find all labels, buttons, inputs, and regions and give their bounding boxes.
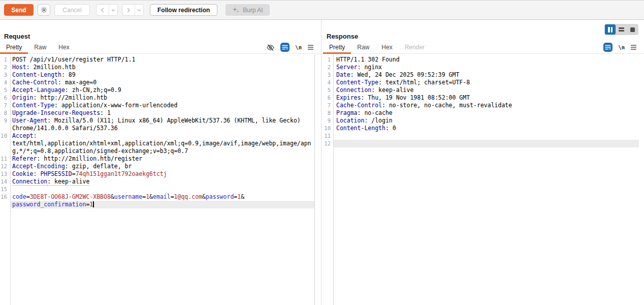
layout-switcher	[604, 24, 638, 35]
repeater-toolbar: Send Cancel	[0, 0, 644, 20]
prettify-icon[interactable]	[603, 43, 613, 52]
code-line[interactable]: 1POST /api/v1/user/register HTTP/1.1	[0, 56, 314, 64]
settings-button[interactable]	[38, 4, 50, 16]
request-panel: Request PrettyRawHex	[0, 20, 321, 305]
single-view-icon	[630, 27, 635, 32]
cancel-button[interactable]: Cancel	[54, 4, 90, 16]
line-number: 8	[322, 109, 333, 117]
menu-icon[interactable]	[630, 45, 637, 50]
code-line[interactable]: 11	[322, 132, 639, 140]
code-line[interactable]: 10Accept:	[0, 132, 314, 140]
line-number: 12	[0, 163, 10, 170]
code-line[interactable]: 5Connection: keep-alive	[322, 86, 639, 94]
code-line[interactable]: 5Accept-Language: zh-CN,zh;q=0.9	[0, 86, 314, 94]
line-number: 4	[0, 79, 10, 86]
gear-icon	[40, 6, 48, 14]
code-line[interactable]: 7Content-Type: application/x-www-form-ur…	[0, 102, 314, 109]
code-line[interactable]: 10Content-Length: 0	[322, 125, 639, 132]
line-number: 9	[322, 117, 333, 125]
code-line[interactable]: 16code=3DE8T-OO68J-GM2WC-XBBO8&username=…	[0, 193, 314, 201]
line-number: 12	[322, 140, 333, 147]
gutter-divider	[333, 54, 334, 305]
rows-view-button[interactable]	[616, 24, 627, 35]
menu-icon[interactable]	[307, 45, 314, 50]
code-line[interactable]: 12	[322, 140, 639, 147]
columns-view-icon	[608, 27, 610, 33]
code-line[interactable]: 14Connection: keep-alive	[0, 178, 314, 186]
code-line[interactable]: Chrome/141.0.0.0 Safari/537.36	[0, 125, 314, 132]
line-number: 7	[322, 102, 333, 109]
line-number: 14	[0, 178, 10, 186]
chevron-left-icon	[101, 8, 105, 13]
burp-ai-button[interactable]: Burp AI	[226, 4, 269, 16]
line-number	[0, 201, 10, 208]
response-title: Response	[327, 33, 358, 40]
tab-render: Render	[399, 42, 431, 54]
newline-icon[interactable]: \n	[295, 44, 302, 50]
hide-nonprintable-icon[interactable]	[266, 44, 275, 51]
response-editor[interactable]: 1HTTP/1.1 302 Found2Server: nginx3Date: …	[322, 54, 639, 305]
tab-pretty[interactable]: Pretty	[0, 42, 28, 54]
tab-raw[interactable]: Raw	[28, 42, 52, 54]
newline-icon[interactable]: \n	[618, 44, 625, 50]
line-number	[0, 147, 10, 155]
history-back-button[interactable]	[96, 5, 109, 15]
tab-hex[interactable]: Hex	[52, 42, 75, 54]
response-panel: Response PrettyRawHexRender \n	[322, 20, 644, 305]
line-number: 3	[0, 71, 10, 79]
line-number: 11	[322, 132, 333, 140]
code-line[interactable]: 2Server: nginx	[322, 64, 639, 71]
line-number: 13	[0, 170, 10, 178]
line-number: 2	[0, 64, 10, 71]
prettify-icon[interactable]	[280, 43, 289, 52]
tab-raw[interactable]: Raw	[351, 42, 375, 54]
code-line[interactable]: 15	[0, 186, 314, 193]
code-line[interactable]: 2Host: 2million.htb	[0, 64, 314, 71]
follow-redirection-button[interactable]: Follow redirection	[150, 4, 217, 16]
code-line[interactable]: 9User-Agent: Mozilla/5.0 (X11; Linux x86…	[0, 117, 314, 125]
code-line[interactable]: 6Origin: http://2million.htb	[0, 94, 314, 102]
code-line[interactable]: 3Date: Wed, 24 Dec 2025 09:52:39 GMT	[322, 71, 639, 79]
chevron-right-icon	[126, 8, 131, 13]
rows-view-icon	[619, 27, 624, 32]
history-back-dropdown[interactable]	[109, 5, 117, 15]
tab-pretty[interactable]: Pretty	[323, 42, 351, 54]
code-line[interactable]: g,*/*;q=0.8,application/signed-exchange;…	[0, 147, 314, 155]
code-line[interactable]: 7Cache-Control: no-store, no-cache, must…	[322, 102, 639, 109]
code-line[interactable]: 6Expires: Thu, 19 Nov 1981 08:52:00 GMT	[322, 94, 639, 102]
columns-view-button[interactable]	[605, 24, 616, 35]
code-line[interactable]: 12Accept-Encoding: gzip, deflate, br	[0, 163, 314, 170]
code-line[interactable]: text/html,application/xhtml+xml,applicat…	[0, 140, 314, 147]
line-number: 6	[322, 94, 333, 102]
send-button[interactable]: Send	[4, 4, 34, 16]
code-line[interactable]: 11Referer: http://2million.htb/register	[0, 155, 314, 163]
code-line[interactable]: 4Cache-Control: max-age=0	[0, 79, 314, 86]
line-number: 5	[322, 86, 333, 94]
response-tabs: PrettyRawHexRender \n	[322, 43, 644, 54]
code-line[interactable]: 8Pragma: no-cache	[322, 109, 639, 117]
line-number: 1	[322, 56, 333, 64]
burp-ai-label: Burp AI	[243, 7, 263, 14]
sparkle-icon	[232, 7, 239, 13]
history-forward-dropdown[interactable]	[135, 5, 143, 15]
code-line[interactable]: 3Content-Length: 89	[0, 71, 314, 79]
single-view-button[interactable]	[627, 24, 638, 35]
code-line[interactable]: 13Cookie: PHPSESSID=74qh151ggan1t792oaek…	[0, 170, 314, 178]
line-number: 15	[0, 186, 10, 193]
line-number: 6	[0, 94, 10, 102]
line-number: 11	[0, 155, 10, 163]
code-line[interactable]: 9Location: /login	[322, 117, 639, 125]
code-line[interactable]: 8Upgrade-Insecure-Requests: 1	[0, 109, 314, 117]
history-forward-button[interactable]	[122, 5, 135, 15]
code-line[interactable]: 1HTTP/1.1 302 Found	[322, 56, 639, 64]
code-line[interactable]: 4Content-Type: text/html; charset=UTF-8	[322, 79, 639, 86]
line-number: 9	[0, 117, 10, 125]
line-number: 7	[0, 102, 10, 109]
tab-hex[interactable]: Hex	[375, 42, 398, 54]
burp-repeater-window: Send Cancel	[0, 0, 644, 305]
line-number: 3	[322, 71, 333, 79]
line-number	[0, 140, 10, 147]
request-editor[interactable]: 1POST /api/v1/user/register HTTP/1.12Hos…	[0, 54, 315, 305]
line-number: 10	[322, 125, 333, 132]
code-line[interactable]: password_confirmation=1	[0, 201, 314, 208]
